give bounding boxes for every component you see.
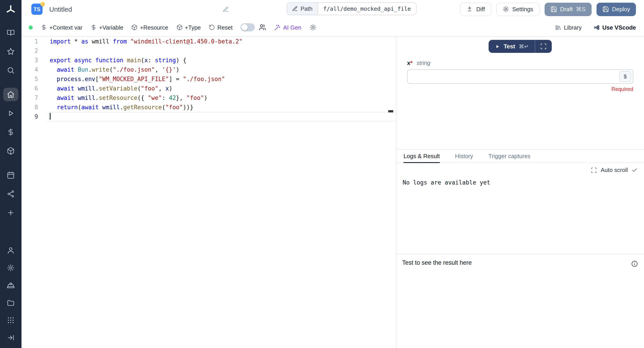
wand-icon	[274, 24, 281, 31]
auto-scroll-control[interactable]: Auto scroll	[402, 166, 638, 173]
overview-ruler-marker	[388, 110, 393, 112]
check-icon	[632, 167, 638, 173]
sidebar-item-resources[interactable]	[3, 144, 18, 158]
deploy-button[interactable]: Deploy	[596, 2, 636, 16]
code-line-2[interactable]	[46, 46, 396, 56]
tab-history[interactable]: History	[455, 150, 473, 162]
vscode-icon	[594, 24, 600, 31]
info-icon[interactable]	[631, 260, 638, 268]
windmill-logo[interactable]	[0, 0, 22, 20]
sidebar-item-runs[interactable]	[3, 106, 18, 120]
ai-gen-button[interactable]: AI Gen	[274, 24, 302, 31]
sidebar-group-2	[3, 88, 18, 158]
dollar-icon	[90, 24, 97, 30]
expand-test-button[interactable]	[536, 40, 552, 53]
content: 123456789 import * as wmill from "windmi…	[22, 37, 644, 348]
code-line-8[interactable]: return(await wmill.getResource("foo"))}	[46, 102, 396, 112]
code-line-7[interactable]: await wmill.setResource({ "we": 42}, "fo…	[46, 93, 396, 102]
insert-variable-button[interactable]: $	[619, 71, 631, 82]
line-number: 2	[22, 46, 38, 56]
library-button[interactable]: Library	[555, 24, 582, 31]
add-resource-label: +Resource	[140, 24, 168, 31]
status-dot	[29, 25, 33, 29]
tab-logs-result[interactable]: Logs & Result	[404, 150, 440, 162]
add-resource-button[interactable]: +Resource	[132, 24, 168, 31]
expand-logs-icon[interactable]	[591, 167, 597, 173]
sidebar-item-workspace-settings[interactable]	[3, 261, 18, 274]
add-variable-button[interactable]: +Variable	[90, 24, 124, 31]
sidebar-item-search[interactable]	[3, 64, 18, 77]
test-button[interactable]: Test ⌘↵	[488, 40, 535, 53]
users-icon	[259, 24, 266, 31]
path-label: Path	[300, 5, 312, 12]
sidebar-item-workers[interactable]	[3, 278, 18, 292]
code-line-1[interactable]: import * as wmill from "windmill-client@…	[46, 37, 396, 46]
required-hint: Required	[407, 86, 633, 92]
multiplayer-toggle[interactable]	[241, 23, 266, 31]
sidebar-item-favorites[interactable]	[3, 45, 18, 58]
home-icon	[7, 90, 15, 98]
package-icon	[132, 24, 138, 30]
required-asterisk: *	[410, 60, 412, 66]
diff-button[interactable]: Diff	[460, 2, 491, 16]
sidebar-item-folders[interactable]	[3, 296, 18, 310]
add-variable-label: +Variable	[99, 24, 124, 31]
main-area: TS Untitled Path f/all/demo_mocked_api_f…	[22, 0, 644, 348]
sidebar-item-add[interactable]	[3, 206, 18, 220]
diff-label: Diff	[476, 6, 485, 12]
field-label-row: x* string	[407, 60, 633, 66]
header-actions: Diff Settings Draft ⌘S Deploy	[460, 2, 636, 16]
code-area[interactable]: import * as wmill from "windmill-client@…	[46, 37, 396, 348]
book-icon	[7, 29, 15, 37]
gear-icon	[310, 24, 317, 31]
code-line-6[interactable]: await wmill.setVariable("foo", x)	[46, 84, 396, 93]
search-icon	[7, 66, 15, 74]
line-number: 5	[22, 74, 38, 84]
sidebar-item-schedules[interactable]	[3, 168, 18, 182]
add-context-var-button[interactable]: +Context var	[41, 24, 82, 31]
tab-trigger-captures[interactable]: Trigger captures	[488, 150, 530, 162]
gear-icon	[502, 6, 509, 12]
edit-title-pencil-icon[interactable]	[222, 6, 229, 12]
dollar-label: $	[624, 74, 626, 80]
sidebar-item-home[interactable]	[3, 88, 18, 101]
draft-button[interactable]: Draft ⌘S	[544, 2, 592, 16]
settings-label: Settings	[512, 6, 533, 12]
path-edit-button[interactable]: Path	[287, 3, 318, 15]
sidebar-item-apps[interactable]	[3, 314, 18, 327]
reset-button[interactable]: Reset	[209, 24, 233, 31]
script-title[interactable]: Untitled	[49, 5, 72, 13]
line-number: 4	[22, 65, 38, 74]
path-control[interactable]: Path f/all/demo_mocked_api_file	[286, 2, 417, 15]
toggle-switch[interactable]	[241, 23, 255, 31]
code-line-9[interactable]	[46, 112, 396, 121]
line-number: 6	[22, 84, 38, 93]
code-editor[interactable]: 123456789 import * as wmill from "windmi…	[22, 37, 396, 348]
deploy-label: Deploy	[612, 6, 630, 12]
args-form: x* string $ Required	[396, 60, 644, 92]
calendar-icon	[7, 171, 15, 179]
logs-empty-message: No logs are available yet	[402, 179, 638, 186]
use-vscode-button[interactable]: Use VScode	[594, 24, 636, 31]
package-icon	[7, 147, 15, 155]
result-panel: Test to see the result here	[396, 254, 644, 348]
code-line-5[interactable]: process.env["WM_MOCKED_API_FILE"] = "./f…	[46, 74, 396, 84]
sidebar-item-variables[interactable]	[3, 126, 18, 139]
editor-settings-button[interactable]	[310, 24, 317, 31]
sidebar-item-collapse[interactable]	[3, 331, 18, 344]
sidebar-item-docs[interactable]	[3, 26, 18, 40]
sidebar-item-triggers[interactable]	[3, 187, 18, 201]
code-line-3[interactable]: export async function main(x: string) {	[46, 56, 396, 65]
reset-icon	[209, 24, 215, 30]
settings-button[interactable]: Settings	[496, 2, 540, 16]
sidebar-group-1	[3, 26, 18, 77]
pencil-icon	[292, 6, 298, 12]
line-number: 7	[22, 93, 38, 102]
code-line-4[interactable]: await Bun.write("./foo.json", '{}')	[46, 65, 396, 74]
x-input-wrapper: $	[407, 70, 633, 84]
line-number: 8	[22, 102, 38, 112]
add-type-button[interactable]: +Type	[176, 24, 201, 31]
x-input[interactable]	[412, 73, 619, 80]
play-icon	[495, 44, 500, 49]
sidebar-item-account[interactable]	[3, 244, 18, 257]
